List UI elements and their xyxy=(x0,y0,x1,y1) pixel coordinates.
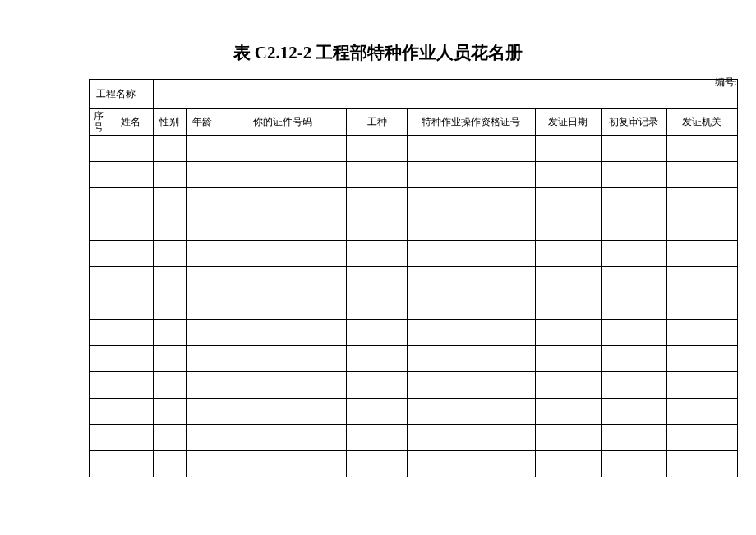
cell-issue_agency xyxy=(666,136,737,162)
cell-issue_date xyxy=(535,188,601,214)
cell-id_number xyxy=(219,372,347,399)
cell-issue_date xyxy=(535,399,601,425)
cell-qualification xyxy=(408,346,536,372)
cell-id_number xyxy=(219,425,347,451)
cell-issue_date xyxy=(535,293,601,320)
cell-name xyxy=(108,214,154,241)
cell-review_record xyxy=(601,320,666,346)
cell-work_type xyxy=(347,214,408,241)
cell-qualification xyxy=(408,162,536,188)
cell-name xyxy=(108,346,154,372)
cell-age xyxy=(186,162,219,188)
cell-id_number xyxy=(219,451,347,477)
cell-gender xyxy=(153,241,186,267)
header-work-type: 工种 xyxy=(347,109,408,136)
table-row xyxy=(90,241,738,267)
table-row xyxy=(90,372,738,399)
cell-name xyxy=(108,162,154,188)
cell-qualification xyxy=(408,214,536,241)
cell-seq xyxy=(90,214,108,241)
cell-work_type xyxy=(347,346,408,372)
cell-review_record xyxy=(601,346,666,372)
cell-name xyxy=(108,320,154,346)
cell-review_record xyxy=(601,399,666,425)
cell-qualification xyxy=(408,293,536,320)
cell-issue_date xyxy=(535,320,601,346)
cell-work_type xyxy=(347,293,408,320)
project-name-label: 工程名称 xyxy=(90,80,154,109)
header-issue-agency: 发证机关 xyxy=(666,109,737,136)
cell-name xyxy=(108,188,154,214)
cell-name xyxy=(108,241,154,267)
table-row xyxy=(90,425,738,451)
cell-age xyxy=(186,214,219,241)
header-row: 序号 姓名 性别 年龄 你的证件号码 工种 特种作业操作资格证号 发证日期 初复… xyxy=(90,109,738,136)
cell-gender xyxy=(153,399,186,425)
header-gender: 性别 xyxy=(153,109,186,136)
cell-name xyxy=(108,293,154,320)
cell-seq xyxy=(90,451,108,477)
cell-age xyxy=(186,136,219,162)
cell-review_record xyxy=(601,162,666,188)
cell-issue_agency xyxy=(666,188,737,214)
cell-qualification xyxy=(408,267,536,293)
cell-work_type xyxy=(347,136,408,162)
cell-seq xyxy=(90,346,108,372)
cell-gender xyxy=(153,372,186,399)
cell-name xyxy=(108,425,154,451)
cell-id_number xyxy=(219,162,347,188)
cell-review_record xyxy=(601,451,666,477)
table-row xyxy=(90,214,738,241)
cell-gender xyxy=(153,293,186,320)
cell-id_number xyxy=(219,399,347,425)
cell-id_number xyxy=(219,346,347,372)
cell-qualification xyxy=(408,241,536,267)
cell-id_number xyxy=(219,293,347,320)
cell-gender xyxy=(153,267,186,293)
header-review-record: 初复审记录 xyxy=(601,109,666,136)
cell-issue_date xyxy=(535,214,601,241)
cell-work_type xyxy=(347,241,408,267)
cell-issue_date xyxy=(535,425,601,451)
cell-issue_date xyxy=(535,136,601,162)
cell-qualification xyxy=(408,451,536,477)
cell-work_type xyxy=(347,372,408,399)
cell-work_type xyxy=(347,267,408,293)
cell-age xyxy=(186,267,219,293)
cell-issue_agency xyxy=(666,320,737,346)
cell-id_number xyxy=(219,214,347,241)
serial-number-label: 编号: xyxy=(715,76,737,90)
cell-review_record xyxy=(601,241,666,267)
cell-gender xyxy=(153,320,186,346)
cell-age xyxy=(186,425,219,451)
cell-qualification xyxy=(408,188,536,214)
table-row xyxy=(90,399,738,425)
cell-issue_agency xyxy=(666,399,737,425)
cell-seq xyxy=(90,399,108,425)
cell-issue_date xyxy=(535,372,601,399)
page-title: 表 C2.12-2 工程部特种作业人员花名册 xyxy=(0,0,756,79)
cell-review_record xyxy=(601,293,666,320)
cell-qualification xyxy=(408,425,536,451)
cell-seq xyxy=(90,425,108,451)
cell-work_type xyxy=(347,451,408,477)
cell-qualification xyxy=(408,136,536,162)
cell-id_number xyxy=(219,320,347,346)
project-name-row: 工程名称 xyxy=(90,80,738,109)
cell-seq xyxy=(90,320,108,346)
cell-issue_agency xyxy=(666,372,737,399)
cell-seq xyxy=(90,293,108,320)
cell-name xyxy=(108,136,154,162)
cell-age xyxy=(186,346,219,372)
cell-age xyxy=(186,293,219,320)
header-issue-date: 发证日期 xyxy=(535,109,601,136)
table-row xyxy=(90,320,738,346)
cell-work_type xyxy=(347,399,408,425)
cell-qualification xyxy=(408,320,536,346)
cell-age xyxy=(186,320,219,346)
cell-name xyxy=(108,267,154,293)
cell-issue_date xyxy=(535,162,601,188)
cell-id_number xyxy=(219,136,347,162)
cell-seq xyxy=(90,136,108,162)
header-name: 姓名 xyxy=(108,109,154,136)
